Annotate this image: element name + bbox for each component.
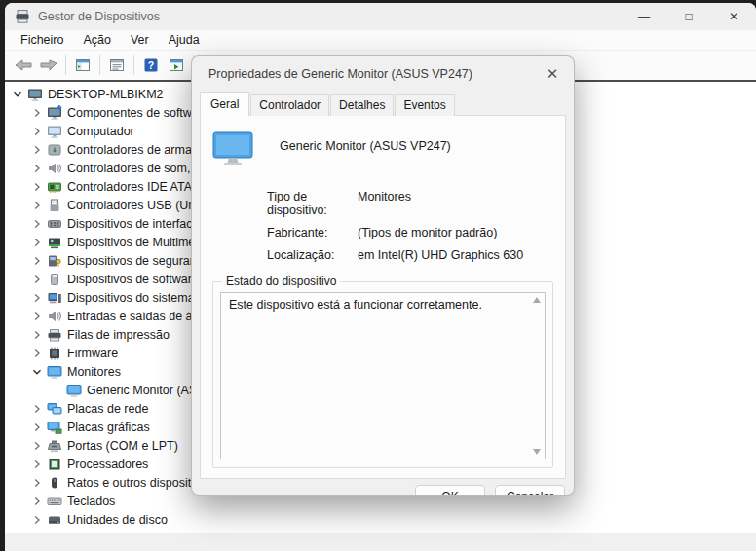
menu-item-ajuda[interactable]: Ajuda [159, 31, 209, 49]
console-tree-icon [75, 57, 91, 73]
chevron-collapsed-icon[interactable] [28, 494, 45, 509]
field-label: Localização: [267, 248, 358, 262]
chevron-collapsed-icon[interactable] [28, 216, 45, 232]
chevron-collapsed-icon[interactable] [28, 309, 45, 324]
display-adapter-icon [45, 420, 63, 435]
audio-io-icon [45, 309, 63, 324]
ok-button[interactable]: OK [415, 485, 485, 496]
chevron-collapsed-icon[interactable] [28, 253, 45, 269]
chevron-collapsed-icon[interactable] [28, 475, 45, 491]
tree-item-label: Dispositivos de software [67, 273, 199, 286]
chevron-collapsed-icon[interactable] [28, 401, 45, 417]
tree-item-label: Placas gráficas [67, 421, 150, 434]
tab-controlador[interactable]: Controlador [250, 94, 329, 116]
toolbar-separator [99, 55, 100, 75]
hid-icon [45, 216, 63, 232]
tree-item-label: Filas de impressão [67, 328, 170, 342]
tab-eventos[interactable]: Eventos [395, 94, 454, 116]
chevron-collapsed-icon[interactable] [28, 124, 45, 139]
processor-icon [45, 457, 63, 472]
show-console-tree-button[interactable] [70, 54, 95, 77]
menu-item-ver[interactable]: Ver [121, 31, 159, 49]
chevron-collapsed-icon[interactable] [28, 235, 45, 250]
network-adapter-icon [45, 401, 63, 417]
software-device-icon [45, 272, 63, 287]
monitor-device-icon [212, 131, 255, 168]
keyboard-icon [45, 494, 63, 509]
svg-text:?: ? [148, 59, 154, 71]
back-button[interactable] [11, 54, 36, 77]
tree-item-label: Monitores [67, 365, 121, 379]
chevron-collapsed-icon[interactable] [28, 142, 45, 158]
tree-item-unidades-de-disco[interactable]: Unidades de disco [5, 510, 756, 529]
help-button[interactable]: ? [138, 54, 164, 77]
chevron-collapsed-icon[interactable] [28, 438, 45, 454]
chevron-collapsed-icon[interactable] [28, 346, 45, 361]
scroll-down-icon[interactable] [533, 449, 541, 455]
forward-arrow-icon [39, 57, 58, 73]
properties-button[interactable] [104, 54, 130, 77]
system-device-icon [45, 290, 63, 306]
window-title: Gestor de Dispositivos [38, 10, 160, 23]
help-icon: ? [143, 57, 159, 73]
chevron-collapsed-icon[interactable] [28, 420, 45, 435]
cancel-button[interactable]: Cancelar [495, 485, 565, 496]
sound-controller-icon [45, 161, 63, 176]
chevron-collapsed-icon[interactable] [28, 179, 45, 195]
tab-geral[interactable]: Geral [200, 92, 249, 116]
tab-detalhes[interactable]: Detalhes [330, 94, 394, 116]
monitor-icon [45, 364, 63, 380]
chevron-collapsed-icon[interactable] [28, 105, 45, 121]
back-arrow-icon [14, 57, 33, 73]
tree-item-label: Computador [67, 125, 134, 138]
port-icon [45, 438, 63, 454]
chevron-expanded-icon[interactable] [9, 87, 25, 102]
chevron-collapsed-icon[interactable] [28, 198, 45, 213]
disk-drive-icon [45, 512, 63, 528]
dialog-title: Propriedades de Generic Monitor (ASUS VP… [208, 67, 472, 81]
scroll-up-icon[interactable] [533, 297, 541, 303]
field-value: Monitores [358, 190, 553, 217]
tree-spacer [48, 383, 64, 398]
tree-item-label: Componentes de software [67, 106, 209, 120]
close-button[interactable]: ✕ [711, 3, 756, 30]
menu-item-acao[interactable]: Ação [73, 31, 121, 49]
minimize-button[interactable]: — [622, 3, 666, 30]
chevron-collapsed-icon[interactable] [28, 161, 45, 176]
dialog-titlebar[interactable]: Propriedades de Generic Monitor (ASUS VP… [192, 56, 574, 92]
computer-icon [25, 87, 44, 102]
monitor-icon [64, 383, 83, 398]
ide-controller-icon [45, 179, 63, 195]
chevron-expanded-icon[interactable] [28, 364, 45, 380]
security-icon [45, 253, 63, 269]
field-label: Tipo de dispositivo: [267, 190, 358, 217]
device-status-box: Este dispositivo está a funcionar corret… [220, 292, 546, 459]
action-pane-button[interactable] [164, 54, 189, 77]
chevron-collapsed-icon[interactable] [28, 272, 45, 287]
chevron-collapsed-icon[interactable] [28, 290, 45, 306]
action-pane-icon [169, 57, 184, 73]
field-value: (Tipos de monitor padrão) [358, 226, 553, 239]
dialog-tabs: GeralControladorDetalhesEventos [192, 92, 574, 115]
chevron-collapsed-icon[interactable] [28, 512, 45, 528]
tab-page-geral: Generic Monitor (ASUS VP247) Tipo de dis… [200, 115, 566, 479]
menu-item-ficheiro[interactable]: Ficheiro [11, 31, 73, 49]
storage-controller-icon [45, 142, 63, 158]
tree-item-label: Placas de rede [67, 402, 148, 416]
tree-item-label: Processadores [67, 458, 148, 471]
status-scrollbar[interactable] [529, 293, 545, 459]
usb-controller-icon [45, 198, 63, 213]
maximize-icon: □ [685, 10, 692, 23]
window-titlebar[interactable]: Gestor de Dispositivos —□✕ [5, 3, 756, 30]
dialog-close-button[interactable]: ✕ [531, 56, 574, 92]
chevron-collapsed-icon[interactable] [28, 327, 45, 343]
toolbar-separator [65, 55, 66, 75]
printer-icon [45, 327, 63, 343]
maximize-button[interactable]: □ [666, 3, 711, 30]
forward-button[interactable] [36, 54, 61, 77]
status-bar [5, 533, 756, 551]
chevron-collapsed-icon[interactable] [28, 457, 45, 472]
toolbar-separator [133, 55, 134, 75]
tree-item-label: Portas (COM e LPT) [67, 439, 178, 453]
tree-item-label: DESKTOP-MLBIKM2 [48, 88, 164, 101]
